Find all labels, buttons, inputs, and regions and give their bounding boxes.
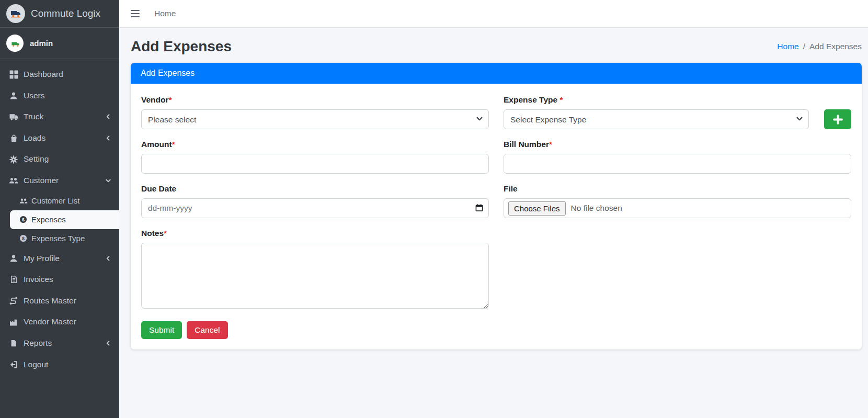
brand-logo-icon bbox=[6, 4, 25, 23]
sidebar-item-logout[interactable]: Logout bbox=[0, 354, 119, 376]
sidebar-item-label: Routes Master bbox=[24, 296, 76, 306]
topbar-home-link[interactable]: Home bbox=[154, 9, 176, 18]
sidebar-item-label: Truck bbox=[24, 112, 43, 122]
due-date-input[interactable] bbox=[141, 198, 489, 218]
expense-type-select[interactable]: Select Expense Type bbox=[504, 109, 809, 129]
chevron-left-icon bbox=[105, 135, 111, 141]
sidebar-item-routes-master[interactable]: Routes Master bbox=[0, 290, 119, 312]
user-panel: admin bbox=[0, 28, 119, 59]
users-icon bbox=[8, 176, 19, 185]
hamburger-menu-icon[interactable] bbox=[130, 8, 141, 19]
breadcrumb: Home / Add Expenses bbox=[777, 42, 862, 51]
amount-input-wrap bbox=[141, 154, 489, 174]
file-group: File Choose Files No file chosen bbox=[504, 184, 851, 218]
cancel-button[interactable]: Cancel bbox=[187, 321, 227, 339]
sidebar-item-label: Loads bbox=[24, 133, 45, 143]
add-expenses-card: Add Expenses Vendor* Please select bbox=[131, 63, 862, 349]
required-asterisk: * bbox=[557, 95, 563, 104]
required-asterisk: * bbox=[172, 140, 175, 149]
sidebar-item-label: Logout bbox=[24, 360, 48, 370]
sidebar-item-truck[interactable]: Truck bbox=[0, 106, 119, 128]
card-body: Vendor* Please select Am bbox=[131, 84, 862, 349]
sidebar-item-expenses[interactable]: $ Expenses bbox=[10, 210, 119, 229]
vendor-select-wrap: Please select bbox=[141, 109, 489, 129]
sidebar-item-my-profile[interactable]: My Profile bbox=[0, 248, 119, 269]
sidebar-item-label: Setting bbox=[24, 154, 49, 164]
user-name[interactable]: admin bbox=[30, 39, 53, 48]
notes-group: Notes* bbox=[141, 229, 489, 311]
add-expenses-form: Vendor* Please select Am bbox=[141, 95, 851, 339]
expense-type-group: Expense Type * Select Expense Type bbox=[504, 95, 851, 129]
expense-type-row: Select Expense Type bbox=[504, 109, 851, 129]
user-icon bbox=[8, 92, 19, 100]
gear-icon bbox=[8, 155, 19, 164]
vendor-label-text: Vendor bbox=[141, 95, 169, 104]
bill-number-label: Bill Number* bbox=[504, 140, 851, 149]
due-date-label-text: Due Date bbox=[141, 184, 176, 193]
amount-group: Amount* bbox=[141, 140, 489, 174]
sidebar-item-setting[interactable]: Setting bbox=[0, 149, 119, 170]
sidebar: Commute Logix admin Dashboard bbox=[0, 0, 119, 418]
main-area: Home Add Expenses Home / Add Expenses Ad… bbox=[119, 0, 868, 418]
chevron-left-icon bbox=[105, 255, 111, 262]
due-date-input-wrap bbox=[141, 198, 489, 218]
sidebar-item-label: Dashboard bbox=[24, 70, 63, 80]
truck-icon bbox=[8, 112, 19, 121]
chevron-down-icon bbox=[105, 177, 111, 184]
due-date-group: Due Date bbox=[141, 184, 489, 218]
form-actions: Submit Cancel bbox=[141, 321, 489, 339]
due-date-label: Due Date bbox=[141, 184, 489, 194]
sidebar-item-label: Users bbox=[24, 91, 44, 101]
expense-type-label: Expense Type * bbox=[504, 95, 851, 105]
sidebar-item-vendor-master[interactable]: Vendor Master bbox=[0, 311, 119, 333]
file-icon bbox=[8, 339, 19, 347]
sidebar-item-label: Customer bbox=[24, 176, 59, 186]
user-avatar bbox=[6, 35, 24, 52]
bag-icon bbox=[8, 134, 19, 142]
notes-label-text: Notes bbox=[141, 229, 164, 238]
sidebar-item-label: Expenses bbox=[31, 215, 66, 224]
sidebar-item-reports[interactable]: Reports bbox=[0, 333, 119, 354]
notes-label: Notes* bbox=[141, 229, 489, 238]
sidebar-item-customer-list[interactable]: Customer List bbox=[0, 191, 119, 210]
sidebar-item-label: Reports bbox=[24, 338, 52, 348]
amount-label-text: Amount bbox=[141, 140, 172, 149]
users-icon bbox=[19, 197, 28, 205]
vendor-select[interactable]: Please select bbox=[141, 109, 489, 129]
sidebar-item-customer[interactable]: Customer bbox=[0, 170, 119, 191]
file-label: File bbox=[504, 184, 851, 194]
sidebar-item-dashboard[interactable]: Dashboard bbox=[0, 64, 119, 85]
dollar-circle-icon: $ bbox=[19, 234, 28, 242]
required-asterisk: * bbox=[169, 95, 172, 104]
chevron-left-icon bbox=[105, 340, 111, 346]
submit-button[interactable]: Submit bbox=[141, 321, 182, 339]
sidebar-item-loads[interactable]: Loads bbox=[0, 128, 119, 149]
logout-icon bbox=[8, 360, 19, 369]
form-column-left: Vendor* Please select Am bbox=[141, 95, 489, 339]
breadcrumb-current: Add Expenses bbox=[809, 42, 862, 51]
page-title: Add Expenses bbox=[131, 38, 232, 55]
bill-number-group: Bill Number* bbox=[504, 140, 851, 174]
industry-icon bbox=[8, 318, 19, 326]
sidebar-item-label: Expenses Type bbox=[31, 234, 85, 243]
expense-type-select-wrap: Select Expense Type bbox=[504, 109, 809, 129]
breadcrumb-home-link[interactable]: Home bbox=[777, 42, 798, 51]
file-label-text: File bbox=[504, 184, 518, 193]
content: Add Expenses Home / Add Expenses Add Exp… bbox=[119, 28, 868, 418]
sidebar-item-invoices[interactable]: Invoices bbox=[0, 269, 119, 290]
file-status-text: No file chosen bbox=[571, 204, 622, 213]
file-input[interactable]: Choose Files No file chosen bbox=[504, 198, 851, 218]
add-expense-type-button[interactable] bbox=[824, 109, 851, 129]
sidebar-item-expenses-type[interactable]: $ Expenses Type bbox=[0, 229, 119, 248]
invoice-icon bbox=[8, 275, 19, 284]
svg-text:$: $ bbox=[22, 217, 25, 222]
amount-input[interactable] bbox=[141, 154, 489, 174]
notes-textarea[interactable] bbox=[141, 243, 489, 309]
vendor-group: Vendor* Please select bbox=[141, 95, 489, 129]
choose-files-button[interactable]: Choose Files bbox=[508, 201, 566, 216]
brand[interactable]: Commute Logix bbox=[0, 0, 119, 28]
bill-number-input[interactable] bbox=[504, 154, 851, 174]
card-header: Add Expenses bbox=[131, 63, 862, 84]
sidebar-item-users[interactable]: Users bbox=[0, 85, 119, 107]
route-icon bbox=[8, 297, 19, 305]
